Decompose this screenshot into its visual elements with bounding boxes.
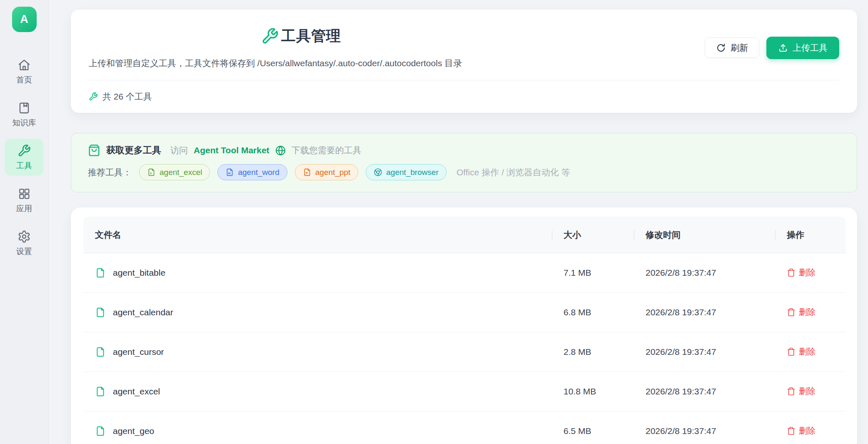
file-name: agent_geo (113, 426, 154, 436)
file-icon (95, 267, 106, 278)
file-icon (95, 426, 106, 437)
trash-icon (787, 268, 796, 277)
sidebar-item-label: 首页 (16, 75, 32, 85)
tool-count-text: 共 26 个工具 (102, 91, 152, 102)
delete-button[interactable]: 删除 (787, 346, 816, 357)
column-header-modified: 修改时间 (634, 229, 775, 241)
file-modified: 2026/2/8 19:37:47 (634, 347, 775, 357)
tag-agent-excel[interactable]: x agent_excel (139, 164, 210, 180)
trash-icon (787, 387, 796, 396)
sidebar-item-label: 应用 (16, 203, 32, 214)
delete-button[interactable]: 删除 (787, 267, 816, 278)
column-header-filename: 文件名 (83, 229, 552, 241)
delete-button[interactable]: 删除 (787, 386, 816, 397)
header-card: 工具管理 上传和管理自定义工具，工具文件将保存到 /Users/allwefan… (71, 10, 857, 113)
sidebar-item-label: 设置 (16, 246, 32, 257)
apps-icon (17, 187, 31, 200)
sidebar-item-tools[interactable]: 工具 (5, 139, 44, 176)
file-modified: 2026/2/8 19:37:47 (634, 268, 775, 278)
trash-icon (787, 347, 796, 356)
sidebar-item-apps[interactable]: 应用 (5, 182, 44, 219)
table-row: agent_geo 6.5 MB 2026/2/8 19:37:47 删除 (83, 412, 846, 444)
upload-tool-button[interactable]: 上传工具 (766, 37, 839, 59)
file-modified: 2026/2/8 19:37:47 (634, 426, 775, 436)
refresh-button[interactable]: 刷新 (705, 37, 759, 58)
file-name: agent_calendar (113, 307, 173, 317)
file-icon (95, 386, 106, 397)
tag-agent-word[interactable]: w agent_word (217, 164, 287, 180)
avatar[interactable]: A (12, 7, 37, 32)
sidebar-item-home[interactable]: 首页 (5, 53, 44, 90)
agent-tool-market-link[interactable]: Agent Tool Market (194, 145, 269, 155)
tool-market-banner: 获取更多工具 访问 Agent Tool Market 下载您需要的工具 推荐工… (71, 133, 857, 192)
column-header-size: 大小 (552, 229, 634, 241)
file-size: 7.1 MB (552, 268, 634, 278)
svg-text:x: x (150, 171, 152, 175)
column-header-actions: 操作 (775, 229, 846, 241)
table-row: agent_bitable 7.1 MB 2026/2/8 19:37:47 删… (83, 253, 846, 293)
table-row: agent_cursor 2.8 MB 2026/2/8 19:37:47 删除 (83, 332, 846, 372)
main-content: 工具管理 上传和管理自定义工具，工具文件将保存到 /Users/allwefan… (49, 0, 868, 444)
upload-icon (778, 43, 788, 53)
file-size: 6.5 MB (552, 426, 634, 436)
tool-wrench-icon (261, 27, 279, 45)
table-row: agent_calendar 6.8 MB 2026/2/8 19:37:47 … (83, 293, 846, 332)
file-name: agent_bitable (113, 268, 165, 278)
browser-compass-icon (374, 168, 382, 177)
refresh-icon (716, 43, 726, 53)
trash-icon (787, 427, 796, 435)
sidebar-item-settings[interactable]: 设置 (5, 224, 44, 262)
sidebar: A 首页 知识库 工具 应用 (0, 0, 49, 444)
sidebar-item-label: 工具 (16, 160, 32, 171)
svg-text:P: P (306, 171, 308, 175)
wrench-icon (17, 144, 31, 157)
trash-icon (787, 308, 796, 317)
table-header-row: 文件名 大小 修改时间 操作 (83, 217, 846, 253)
count-wrench-icon (89, 92, 98, 101)
table-row: agent_excel 10.8 MB 2026/2/8 19:37:47 删除 (83, 372, 846, 412)
tag-agent-browser[interactable]: agent_browser (366, 164, 446, 180)
delete-button[interactable]: 删除 (787, 425, 816, 437)
file-name: agent_cursor (113, 347, 164, 357)
file-icon (95, 347, 106, 357)
page-description: 上传和管理自定义工具，工具文件将保存到 /Users/allwefantasy/… (89, 57, 462, 69)
ppt-file-icon: P (303, 168, 312, 177)
page-title: 工具管理 (281, 26, 341, 46)
file-modified: 2026/2/8 19:37:47 (634, 387, 775, 397)
file-modified: 2026/2/8 19:37:47 (634, 307, 775, 317)
file-size: 6.8 MB (552, 307, 634, 317)
globe-icon (275, 145, 286, 156)
svg-text:w: w (228, 171, 231, 175)
file-name: agent_excel (113, 387, 160, 397)
settings-gear-icon (17, 230, 31, 243)
shopping-bag-icon (88, 144, 100, 157)
word-file-icon: w (225, 168, 234, 177)
tag-agent-ppt[interactable]: P agent_ppt (295, 164, 359, 180)
recommend-label: 推荐工具： (88, 167, 132, 178)
home-icon (17, 58, 31, 72)
knowledge-icon (17, 101, 31, 115)
avatar-letter: A (20, 13, 28, 26)
banner-title: 获取更多工具 (106, 144, 161, 157)
file-size: 10.8 MB (552, 387, 634, 397)
sidebar-item-label: 知识库 (12, 117, 36, 128)
file-size: 2.8 MB (552, 347, 634, 357)
excel-file-icon: x (147, 168, 156, 177)
banner-suffix-text: 下载您需要的工具 (292, 145, 362, 156)
sidebar-item-knowledge[interactable]: 知识库 (5, 96, 44, 133)
tags-note: Office 操作 / 浏览器自动化 等 (456, 167, 570, 178)
tools-table-card: 文件名 大小 修改时间 操作 agent_bitable 7.1 MB 2026… (71, 207, 857, 444)
file-icon (95, 307, 106, 318)
delete-button[interactable]: 删除 (787, 307, 816, 318)
banner-visit-text: 访问 (170, 145, 188, 156)
